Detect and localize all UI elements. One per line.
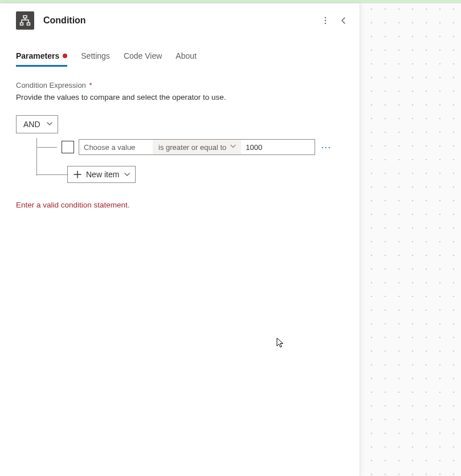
panel-tabs: Parameters Settings Code View About (0, 47, 360, 66)
new-item-row: New item (36, 165, 344, 184)
right-operand-input[interactable] (241, 139, 315, 155)
row-more-actions[interactable]: ··· (321, 144, 331, 150)
panel-title: Condition (43, 15, 316, 26)
plus-icon (74, 170, 81, 178)
field-description: Provide the values to compare and select… (16, 93, 344, 101)
svg-rect-1 (21, 23, 23, 25)
condition-icon (16, 11, 34, 30)
condition-row: is greater or equal to ··· (36, 138, 344, 156)
condition-config-panel: Condition Parameters Settings Code View … (0, 3, 360, 476)
field-label: Condition Expression * (16, 81, 344, 89)
error-indicator-dot (63, 54, 67, 58)
tree-connector (36, 147, 57, 148)
chevron-down-icon (124, 171, 130, 178)
condition-branch: is greater or equal to ··· New item (36, 138, 344, 184)
chevron-down-icon (46, 120, 53, 129)
tab-label: Code View (124, 51, 162, 60)
chevron-down-icon (230, 143, 236, 152)
tab-label: About (176, 51, 197, 60)
condition-expression-builder: AND is greater or equal to (16, 115, 344, 184)
tab-label: Parameters (16, 51, 59, 60)
tab-parameters[interactable]: Parameters (16, 47, 67, 66)
new-item-label: New item (86, 170, 119, 179)
panel-body: Condition Expression * Provide the value… (0, 66, 360, 209)
comparison-operator-dropdown[interactable]: is greater or equal to (153, 139, 241, 155)
collapse-panel-button[interactable] (334, 11, 353, 30)
svg-rect-0 (23, 16, 27, 18)
designer-canvas[interactable] (360, 3, 461, 476)
tab-code-view[interactable]: Code View (124, 47, 162, 66)
required-asterisk: * (89, 81, 92, 89)
validation-error-message: Enter a valid condition statement. (16, 201, 344, 209)
field-label-text: Condition Expression (16, 81, 86, 89)
row-checkbox[interactable] (62, 141, 74, 153)
panel-header: Condition (0, 3, 360, 38)
new-item-button[interactable]: New item (67, 166, 136, 183)
svg-point-4 (325, 20, 326, 21)
logic-operator-value: AND (23, 120, 40, 129)
tab-settings[interactable]: Settings (81, 47, 110, 66)
svg-point-3 (325, 17, 326, 18)
tab-label: Settings (81, 51, 110, 60)
more-options-button[interactable] (316, 11, 334, 30)
operator-value: is greater or equal to (158, 143, 226, 152)
svg-rect-2 (27, 23, 30, 25)
svg-point-5 (325, 23, 326, 24)
logic-operator-dropdown[interactable]: AND (16, 115, 58, 133)
left-operand-input[interactable] (79, 139, 153, 155)
tab-about[interactable]: About (176, 47, 197, 66)
tree-connector (36, 174, 67, 175)
